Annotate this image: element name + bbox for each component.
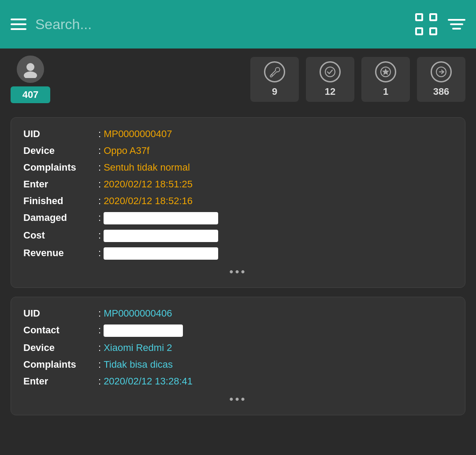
card-uid-row: UID : MP0000000407 <box>23 128 453 140</box>
card-revenue-row: Revenue : <box>23 247 453 260</box>
card2-enter-value: 2020/02/12 13:28:41 <box>104 376 193 387</box>
svg-rect-1 <box>430 14 436 20</box>
card2-contact-value <box>104 324 183 337</box>
checkmark-icon <box>320 61 341 82</box>
card2-device-row: Device : Xiaomi Redmi 2 <box>23 342 453 354</box>
svg-point-7 <box>325 67 335 77</box>
star-icon <box>375 61 396 82</box>
damaged-label: Damaged <box>23 212 98 224</box>
card2-complaints-label: Complaints <box>23 359 98 370</box>
device-value: Oppo A37f <box>104 145 149 157</box>
enter-label: Enter <box>23 179 98 190</box>
stat-done-count: 12 <box>325 86 335 97</box>
enter-value: 2020/02/12 18:51:25 <box>104 179 193 190</box>
stat-starred-count: 1 <box>383 86 388 97</box>
card2-contact-label: Contact <box>23 324 98 336</box>
card-finished-row: Finished : 2020/02/12 18:52:16 <box>23 195 453 207</box>
svg-point-5 <box>24 71 37 78</box>
top-bar-icons <box>415 13 465 35</box>
stat-starred[interactable]: 1 <box>361 57 410 102</box>
cost-label: Cost <box>23 230 98 241</box>
stat-forwarded-count: 386 <box>433 86 450 97</box>
svg-rect-3 <box>430 28 436 34</box>
card2-device-value: Xiaomi Redmi 2 <box>104 342 172 354</box>
search-input[interactable] <box>35 16 406 33</box>
cards-container: UID : MP0000000407 Device : Oppo A37f Co… <box>0 110 476 422</box>
stat-forwarded[interactable]: 386 <box>417 57 465 102</box>
card2-enter-label: Enter <box>23 376 98 387</box>
card2-complaints-row: Complaints : Tidak bisa dicas <box>23 359 453 370</box>
cost-value <box>104 230 218 242</box>
avatar-section: 407 <box>11 56 50 103</box>
stat-in-progress-count: 9 <box>272 86 277 97</box>
card2-uid-label: UID <box>23 308 98 319</box>
stat-in-progress[interactable]: 9 <box>250 57 299 102</box>
card-device-row: Device : Oppo A37f <box>23 145 453 157</box>
card-enter-row: Enter : 2020/02/12 18:51:25 <box>23 179 453 190</box>
finished-value: 2020/02/12 18:52:16 <box>104 195 193 207</box>
card-damaged-row: Damaged : <box>23 212 453 224</box>
wrench-icon <box>264 61 285 82</box>
finished-label: Finished <box>23 195 98 207</box>
arrow-icon <box>431 61 452 82</box>
card2-contact-row: Contact : <box>23 324 453 337</box>
stat-done[interactable]: 12 <box>306 57 354 102</box>
scan-icon[interactable] <box>415 13 437 35</box>
card2-enter-row: Enter : 2020/02/12 13:28:41 <box>23 376 453 387</box>
card2-device-label: Device <box>23 342 98 354</box>
damaged-value <box>104 212 218 224</box>
svg-rect-2 <box>416 28 422 34</box>
svg-marker-9 <box>382 68 389 75</box>
card2-more-button[interactable]: ••• <box>23 392 453 406</box>
svg-point-4 <box>26 63 34 71</box>
card-cost-row: Cost : <box>23 230 453 242</box>
user-count-badge: 407 <box>11 86 50 103</box>
stats-bar: 407 9 12 1 <box>0 48 476 110</box>
uid-label: UID <box>23 128 98 140</box>
card-406: UID : MP0000000406 Contact : Device : Xi… <box>11 297 465 415</box>
device-label: Device <box>23 145 98 157</box>
revenue-value <box>104 247 218 260</box>
card-407: UID : MP0000000407 Device : Oppo A37f Co… <box>11 117 465 288</box>
card-more-button[interactable]: ••• <box>23 265 453 279</box>
svg-point-6 <box>271 75 273 76</box>
complaints-label: Complaints <box>23 162 98 173</box>
filter-icon[interactable] <box>448 19 465 30</box>
avatar-icon[interactable] <box>17 56 44 83</box>
card2-uid-row: UID : MP0000000406 <box>23 308 453 319</box>
card2-complaints-value: Tidak bisa dicas <box>104 359 173 370</box>
svg-rect-0 <box>416 14 422 20</box>
card2-uid-value: MP0000000406 <box>104 308 172 319</box>
hamburger-icon[interactable] <box>11 19 26 30</box>
top-bar <box>0 0 476 48</box>
revenue-label: Revenue <box>23 247 98 259</box>
card-complaints-row: Complaints : Sentuh tidak normal <box>23 162 453 173</box>
complaints-value: Sentuh tidak normal <box>104 162 190 173</box>
uid-value: MP0000000407 <box>104 128 172 140</box>
